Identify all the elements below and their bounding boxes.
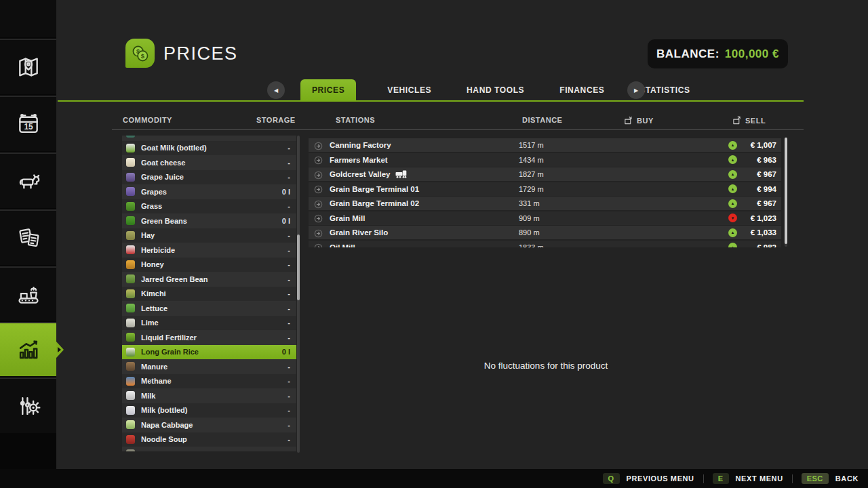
commodity-row[interactable]: Noodle Soup-: [122, 432, 296, 447]
station-list: Canning Factory1517 m▲€ 1,007Farmers Mar…: [309, 138, 781, 247]
commodity-icon: [126, 435, 135, 444]
sidebar-item-animals[interactable]: [0, 152, 56, 208]
commodity-icon: [126, 202, 135, 211]
commodity-label: Grass: [141, 202, 162, 210]
station-row[interactable]: Oil Mill1833 m▲€ 982: [309, 241, 781, 248]
shortcut-label: PREVIOUS MENU: [627, 474, 694, 483]
commodity-icon: [126, 245, 135, 254]
trend-up-icon: ▲: [728, 243, 737, 247]
commodity-storage: -: [288, 260, 290, 268]
station-row[interactable]: Grain River Silo890 m▲€ 1,033: [309, 226, 781, 239]
commodity-list: Goat Milk (bottled)-Goat cheese-Grape Ju…: [122, 136, 296, 451]
commodity-storage: -: [288, 363, 290, 371]
tab-hand-tools[interactable]: HAND TOOLS: [462, 79, 528, 101]
station-scrollbar[interactable]: [785, 137, 787, 247]
commodity-storage: -: [288, 421, 290, 429]
commodity-label: Hay: [141, 231, 155, 239]
commodity-storage: -: [288, 144, 290, 152]
commodity-row[interactable]: Herbicide-: [122, 243, 296, 258]
tab-prev-arrow-icon[interactable]: ◀: [267, 81, 285, 99]
commodity-icon: [126, 362, 135, 371]
trend-up-icon: ▲: [728, 199, 737, 208]
sidebar-item-contracts[interactable]: [0, 209, 56, 265]
station-row[interactable]: Goldcrest Valley1827 m▲€ 967: [309, 167, 781, 181]
commodity-label: Manure: [141, 363, 167, 371]
station-name: Grain Mill: [330, 211, 365, 225]
shortcut-back[interactable]: ESCBACK: [802, 473, 859, 484]
station-scrollbar-thumb[interactable]: [785, 138, 787, 244]
sell-price: € 1,033: [743, 228, 776, 237]
station-row[interactable]: Grain Barge Terminal 02331 m▲€ 967: [309, 197, 781, 210]
tab-finances[interactable]: FINANCES: [555, 79, 608, 101]
commodity-row[interactable]: Milk (bottled)-: [122, 403, 296, 418]
sell-price: € 967: [743, 199, 776, 207]
shortcut-label: NEXT MENU: [736, 474, 783, 483]
trend-up-icon: ▲: [728, 184, 737, 193]
sidebar-item-statistics[interactable]: [0, 322, 56, 376]
commodity-row[interactable]: Jarred Green Bean-: [122, 272, 296, 287]
commodity-label: Grapes: [141, 188, 167, 196]
commodity-row[interactable]: Goat Milk (bottled)-: [122, 141, 296, 156]
settings-icon: [16, 393, 41, 419]
tab-prices[interactable]: PRICES: [300, 79, 356, 101]
commodity-row-partial[interactable]: [122, 447, 296, 451]
commodity-icon: [126, 289, 135, 298]
shortcut-previous-menu[interactable]: QPREVIOUS MENU: [603, 473, 694, 484]
sidebar-item-calendar[interactable]: 15: [0, 96, 56, 151]
tab-next-arrow-icon[interactable]: ▶: [627, 81, 645, 99]
trend-up-icon: ▲: [728, 228, 737, 237]
station-row[interactable]: Farmers Market1434 m▲€ 963: [309, 153, 781, 167]
sidebar-item-settings[interactable]: [0, 378, 56, 433]
commodity-storage: -: [288, 275, 290, 283]
station-row[interactable]: Grain Mill909 m▼€ 1,023: [309, 211, 781, 225]
sidebar-item-production[interactable]: [0, 266, 56, 321]
commodity-row[interactable]: Lime-: [122, 316, 296, 331]
commodity-storage: -: [288, 319, 290, 327]
commodity-row[interactable]: Methane-: [122, 374, 296, 389]
commodity-row[interactable]: Long Grain Rice0 l: [122, 345, 296, 360]
column-buy: BUY: [624, 116, 654, 125]
sell-price: € 963: [743, 156, 776, 164]
commodity-row[interactable]: Hay-: [122, 228, 296, 243]
commodity-row[interactable]: Milk-: [122, 388, 296, 403]
commodity-storage: 0 l: [282, 348, 290, 356]
header-divider: [112, 129, 804, 130]
station-row[interactable]: Canning Factory1517 m▲€ 1,007: [309, 138, 781, 152]
commodity-icon: [126, 449, 135, 451]
contracts-icon: [16, 225, 41, 251]
commodity-icon: [126, 136, 135, 138]
commodity-row[interactable]: Honey-: [122, 258, 296, 272]
commodity-scrollbar[interactable]: [297, 136, 300, 453]
station-distance: 1729 m: [519, 182, 544, 196]
commodity-scrollbar-thumb[interactable]: [297, 235, 300, 300]
commodity-row[interactable]: Kimchi-: [122, 287, 296, 302]
commodity-row[interactable]: Goat cheese-: [122, 155, 296, 170]
station-distance: 909 m: [519, 211, 540, 225]
page-title: PRICES: [163, 43, 238, 64]
commodity-icon: [126, 144, 135, 152]
sell-icon: [732, 116, 741, 125]
sell-price: € 982: [743, 243, 776, 248]
cow-icon: [16, 168, 41, 194]
commodity-row[interactable]: Grass-: [122, 199, 296, 214]
shortcut-next-menu[interactable]: ENEXT MENU: [713, 473, 783, 484]
station-hotspot-icon: [314, 184, 323, 197]
commodity-row[interactable]: Grape Juice-: [122, 170, 296, 185]
tab-vehicles[interactable]: VEHICLES: [383, 79, 435, 101]
shortcut-label: BACK: [835, 474, 859, 483]
commodity-label: Kimchi: [141, 289, 166, 298]
commodity-row[interactable]: Green Beans0 l: [122, 214, 296, 228]
commodity-row[interactable]: Lettuce-: [122, 301, 296, 316]
commodity-label: Grape Juice: [141, 173, 184, 181]
balance-value: 100,000 €: [725, 47, 779, 61]
commodity-row[interactable]: Liquid Fertilizer-: [122, 330, 296, 345]
station-hotspot-icon: [314, 199, 323, 211]
commodity-row[interactable]: Manure-: [122, 359, 296, 374]
sidebar-item-map[interactable]: [0, 39, 56, 94]
station-row[interactable]: Grain Barge Terminal 011729 m▲€ 994: [309, 182, 781, 196]
trend-up-icon: ▲: [728, 155, 737, 164]
commodity-row[interactable]: Napa Cabbage-: [122, 418, 296, 432]
commodity-row-partial[interactable]: [122, 136, 296, 141]
commodity-icon: [126, 420, 135, 429]
commodity-row[interactable]: Grapes0 l: [122, 184, 296, 199]
